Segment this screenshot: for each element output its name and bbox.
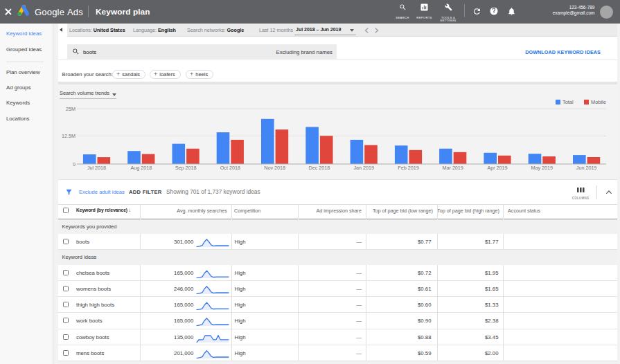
svg-text:May 2019: May 2019 xyxy=(531,165,553,171)
svg-text:0: 0 xyxy=(73,161,76,167)
svg-text:Apr 2019: Apr 2019 xyxy=(487,165,507,171)
svg-text:Mar 2019: Mar 2019 xyxy=(443,165,463,171)
svg-text:Sep 2018: Sep 2018 xyxy=(175,165,197,171)
svg-text:Aug 2018: Aug 2018 xyxy=(130,165,152,171)
svg-text:Jun 2019: Jun 2019 xyxy=(576,165,597,171)
svg-text:25M: 25M xyxy=(66,106,76,112)
svg-text:Oct 2018: Oct 2018 xyxy=(220,165,240,171)
svg-text:Feb 2019: Feb 2019 xyxy=(398,165,418,171)
svg-text:Nov 2018: Nov 2018 xyxy=(264,165,285,171)
svg-text:Jul 2018: Jul 2018 xyxy=(87,165,106,171)
svg-text:12.5M: 12.5M xyxy=(62,133,76,139)
svg-text:Dec 2018: Dec 2018 xyxy=(309,165,330,171)
svg-text:Jan 2019: Jan 2019 xyxy=(353,165,374,171)
